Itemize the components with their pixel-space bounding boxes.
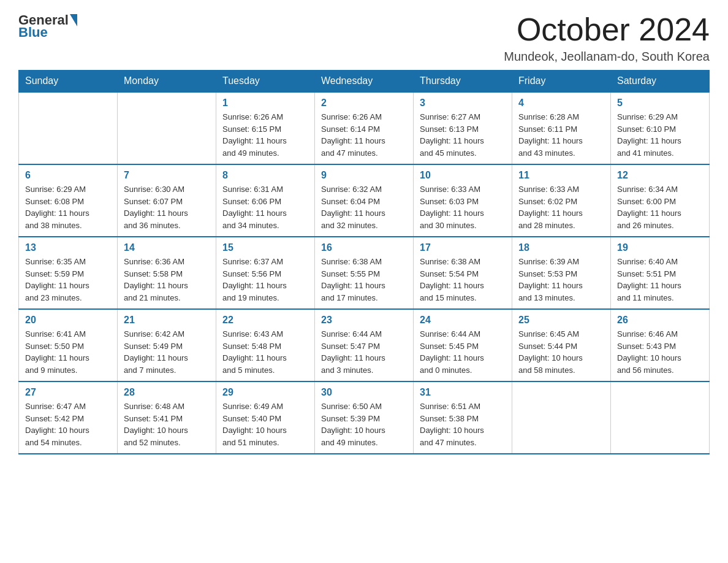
- day-number: 11: [518, 170, 604, 181]
- day-number: 10: [420, 170, 506, 181]
- calendar-cell: 3Sunrise: 6:27 AM Sunset: 6:13 PM Daylig…: [414, 92, 512, 164]
- calendar-cell: 26Sunrise: 6:46 AM Sunset: 5:43 PM Dayli…: [611, 309, 710, 381]
- day-info: Sunrise: 6:29 AM Sunset: 6:08 PM Dayligh…: [25, 183, 111, 231]
- day-info: Sunrise: 6:29 AM Sunset: 6:10 PM Dayligh…: [617, 111, 703, 159]
- day-info: Sunrise: 6:45 AM Sunset: 5:44 PM Dayligh…: [518, 328, 604, 376]
- logo: General Blue: [18, 12, 78, 40]
- calendar-cell: 9Sunrise: 6:32 AM Sunset: 6:04 PM Daylig…: [315, 164, 414, 237]
- weekday-header-friday: Friday: [512, 71, 611, 93]
- day-number: 2: [321, 98, 407, 109]
- day-info: Sunrise: 6:46 AM Sunset: 5:43 PM Dayligh…: [617, 328, 703, 376]
- calendar-cell: 2Sunrise: 6:26 AM Sunset: 6:14 PM Daylig…: [315, 92, 414, 164]
- day-info: Sunrise: 6:51 AM Sunset: 5:38 PM Dayligh…: [420, 400, 506, 448]
- day-number: 12: [617, 170, 703, 181]
- day-info: Sunrise: 6:36 AM Sunset: 5:58 PM Dayligh…: [124, 256, 210, 304]
- calendar-cell: 18Sunrise: 6:39 AM Sunset: 5:53 PM Dayli…: [512, 237, 611, 309]
- day-info: Sunrise: 6:33 AM Sunset: 6:03 PM Dayligh…: [420, 183, 506, 231]
- day-number: 8: [222, 170, 308, 181]
- calendar-cell: 28Sunrise: 6:48 AM Sunset: 5:41 PM Dayli…: [118, 381, 216, 454]
- calendar-cell: 24Sunrise: 6:44 AM Sunset: 5:45 PM Dayli…: [414, 309, 512, 381]
- calendar-cell: 22Sunrise: 6:43 AM Sunset: 5:48 PM Dayli…: [216, 309, 315, 381]
- day-number: 22: [222, 315, 308, 326]
- day-number: 13: [25, 242, 111, 253]
- calendar-cell: 5Sunrise: 6:29 AM Sunset: 6:10 PM Daylig…: [611, 92, 710, 164]
- week-row-3: 13Sunrise: 6:35 AM Sunset: 5:59 PM Dayli…: [19, 237, 710, 309]
- calendar-cell: [512, 381, 611, 454]
- day-info: Sunrise: 6:37 AM Sunset: 5:56 PM Dayligh…: [222, 256, 308, 304]
- title-area: October 2024 Mundeok, Jeollanam-do, Sout…: [504, 12, 710, 64]
- day-info: Sunrise: 6:26 AM Sunset: 6:14 PM Dayligh…: [321, 111, 407, 159]
- day-info: Sunrise: 6:34 AM Sunset: 6:00 PM Dayligh…: [617, 183, 703, 231]
- day-info: Sunrise: 6:38 AM Sunset: 5:54 PM Dayligh…: [420, 256, 506, 304]
- day-number: 9: [321, 170, 407, 181]
- day-info: Sunrise: 6:44 AM Sunset: 5:45 PM Dayligh…: [420, 328, 506, 376]
- calendar-cell: 8Sunrise: 6:31 AM Sunset: 6:06 PM Daylig…: [216, 164, 315, 237]
- logo-blue-text: Blue: [18, 25, 48, 40]
- weekday-header-sunday: Sunday: [19, 71, 118, 93]
- day-number: 19: [617, 242, 703, 253]
- day-info: Sunrise: 6:41 AM Sunset: 5:50 PM Dayligh…: [25, 328, 111, 376]
- day-number: 21: [124, 315, 210, 326]
- day-info: Sunrise: 6:47 AM Sunset: 5:42 PM Dayligh…: [25, 400, 111, 448]
- day-number: 3: [420, 98, 506, 109]
- week-row-5: 27Sunrise: 6:47 AM Sunset: 5:42 PM Dayli…: [19, 381, 710, 454]
- day-number: 23: [321, 315, 407, 326]
- day-number: 16: [321, 242, 407, 253]
- day-number: 17: [420, 242, 506, 253]
- day-info: Sunrise: 6:28 AM Sunset: 6:11 PM Dayligh…: [518, 111, 604, 159]
- calendar-cell: 19Sunrise: 6:40 AM Sunset: 5:51 PM Dayli…: [611, 237, 710, 309]
- location-title: Mundeok, Jeollanam-do, South Korea: [504, 50, 710, 64]
- day-info: Sunrise: 6:48 AM Sunset: 5:41 PM Dayligh…: [124, 400, 210, 448]
- day-info: Sunrise: 6:42 AM Sunset: 5:49 PM Dayligh…: [124, 328, 210, 376]
- calendar-cell: 30Sunrise: 6:50 AM Sunset: 5:39 PM Dayli…: [315, 381, 414, 454]
- day-info: Sunrise: 6:39 AM Sunset: 5:53 PM Dayligh…: [518, 256, 604, 304]
- calendar-cell: [19, 92, 118, 164]
- weekday-header-wednesday: Wednesday: [315, 71, 414, 93]
- calendar-table: SundayMondayTuesdayWednesdayThursdayFrid…: [18, 70, 710, 454]
- calendar-cell: 25Sunrise: 6:45 AM Sunset: 5:44 PM Dayli…: [512, 309, 611, 381]
- day-number: 29: [222, 387, 308, 398]
- day-info: Sunrise: 6:35 AM Sunset: 5:59 PM Dayligh…: [25, 256, 111, 304]
- day-number: 18: [518, 242, 604, 253]
- day-number: 7: [124, 170, 210, 181]
- day-number: 30: [321, 387, 407, 398]
- calendar-cell: [118, 92, 216, 164]
- weekday-header-tuesday: Tuesday: [216, 71, 315, 93]
- calendar-cell: 27Sunrise: 6:47 AM Sunset: 5:42 PM Dayli…: [19, 381, 118, 454]
- calendar-cell: 17Sunrise: 6:38 AM Sunset: 5:54 PM Dayli…: [414, 237, 512, 309]
- calendar-cell: 29Sunrise: 6:49 AM Sunset: 5:40 PM Dayli…: [216, 381, 315, 454]
- calendar-cell: 4Sunrise: 6:28 AM Sunset: 6:11 PM Daylig…: [512, 92, 611, 164]
- day-info: Sunrise: 6:26 AM Sunset: 6:15 PM Dayligh…: [222, 111, 308, 159]
- day-info: Sunrise: 6:50 AM Sunset: 5:39 PM Dayligh…: [321, 400, 407, 448]
- day-info: Sunrise: 6:33 AM Sunset: 6:02 PM Dayligh…: [518, 183, 604, 231]
- day-number: 20: [25, 315, 111, 326]
- day-number: 15: [222, 242, 308, 253]
- calendar-cell: 12Sunrise: 6:34 AM Sunset: 6:00 PM Dayli…: [611, 164, 710, 237]
- logo-triangle-icon: [70, 14, 77, 26]
- calendar-cell: [611, 381, 710, 454]
- weekday-header-row: SundayMondayTuesdayWednesdayThursdayFrid…: [19, 71, 710, 93]
- day-info: Sunrise: 6:27 AM Sunset: 6:13 PM Dayligh…: [420, 111, 506, 159]
- weekday-header-thursday: Thursday: [414, 71, 512, 93]
- calendar-cell: 11Sunrise: 6:33 AM Sunset: 6:02 PM Dayli…: [512, 164, 611, 237]
- day-number: 1: [222, 98, 308, 109]
- calendar-cell: 14Sunrise: 6:36 AM Sunset: 5:58 PM Dayli…: [118, 237, 216, 309]
- day-info: Sunrise: 6:30 AM Sunset: 6:07 PM Dayligh…: [124, 183, 210, 231]
- day-number: 25: [518, 315, 604, 326]
- day-number: 28: [124, 387, 210, 398]
- page-header: General Blue October 2024 Mundeok, Jeoll…: [18, 12, 710, 64]
- day-number: 5: [617, 98, 703, 109]
- day-number: 4: [518, 98, 604, 109]
- day-info: Sunrise: 6:38 AM Sunset: 5:55 PM Dayligh…: [321, 256, 407, 304]
- calendar-cell: 15Sunrise: 6:37 AM Sunset: 5:56 PM Dayli…: [216, 237, 315, 309]
- week-row-2: 6Sunrise: 6:29 AM Sunset: 6:08 PM Daylig…: [19, 164, 710, 237]
- calendar-cell: 20Sunrise: 6:41 AM Sunset: 5:50 PM Dayli…: [19, 309, 118, 381]
- day-info: Sunrise: 6:49 AM Sunset: 5:40 PM Dayligh…: [222, 400, 308, 448]
- day-number: 31: [420, 387, 506, 398]
- calendar-cell: 7Sunrise: 6:30 AM Sunset: 6:07 PM Daylig…: [118, 164, 216, 237]
- day-number: 26: [617, 315, 703, 326]
- calendar-cell: 13Sunrise: 6:35 AM Sunset: 5:59 PM Dayli…: [19, 237, 118, 309]
- calendar-cell: 10Sunrise: 6:33 AM Sunset: 6:03 PM Dayli…: [414, 164, 512, 237]
- calendar-cell: 21Sunrise: 6:42 AM Sunset: 5:49 PM Dayli…: [118, 309, 216, 381]
- day-number: 27: [25, 387, 111, 398]
